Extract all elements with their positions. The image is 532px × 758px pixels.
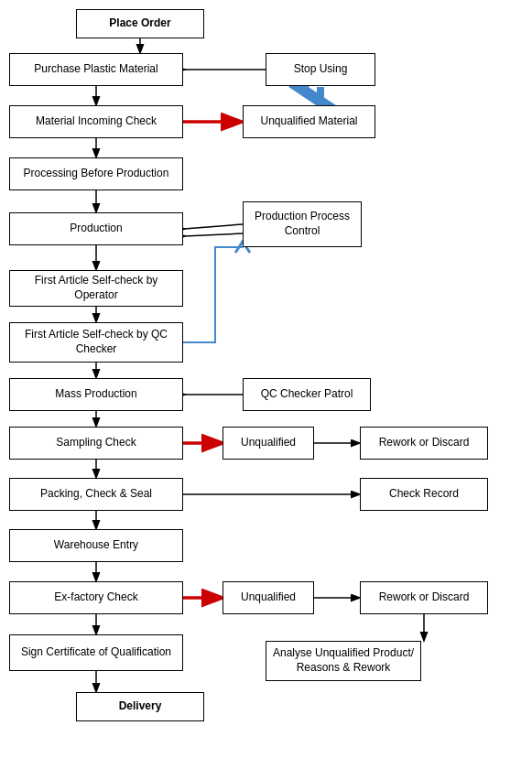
rework-discard-2-box: Rework or Discard [360, 581, 488, 614]
processing-before-box: Processing Before Production [9, 157, 183, 190]
mass-production-box: Mass Production [9, 378, 183, 411]
unqualified-material-box: Unqualified Material [243, 105, 375, 138]
unqualified-2-box: Unqualified [223, 581, 314, 614]
ex-factory-box: Ex-factory Check [9, 581, 183, 614]
analyse-unqualified-box: Analyse Unqualified Product/ Reasons & R… [266, 641, 421, 681]
sign-cert-box: Sign Certificate of Qualification [9, 634, 183, 671]
first-article-qc-box: First Article Self-check by QC Checker [9, 322, 183, 363]
production-process-box: Production Process Control [243, 201, 362, 247]
production-box: Production [9, 212, 183, 245]
flow-diagram: Place Order Purchase Plastic Material St… [0, 0, 532, 758]
qc-checker-patrol-box: QC Checker Patrol [243, 378, 371, 411]
svg-line-7 [184, 224, 243, 229]
unqualified-1-box: Unqualified [223, 427, 314, 460]
packing-check-box: Packing, Check & Seal [9, 478, 183, 511]
delivery-box: Delivery [76, 692, 204, 721]
purchase-plastic-box: Purchase Plastic Material [9, 53, 183, 86]
check-record-box: Check Record [360, 478, 488, 511]
sampling-check-box: Sampling Check [9, 427, 183, 460]
stop-using-box: Stop Using [266, 53, 375, 86]
place-order-box: Place Order [76, 9, 204, 38]
first-article-operator-box: First Article Self-check by Operator [9, 270, 183, 307]
svg-line-8 [184, 233, 243, 236]
material-incoming-box: Material Incoming Check [9, 105, 183, 138]
warehouse-entry-box: Warehouse Entry [9, 529, 183, 562]
rework-discard-1-box: Rework or Discard [360, 427, 488, 460]
